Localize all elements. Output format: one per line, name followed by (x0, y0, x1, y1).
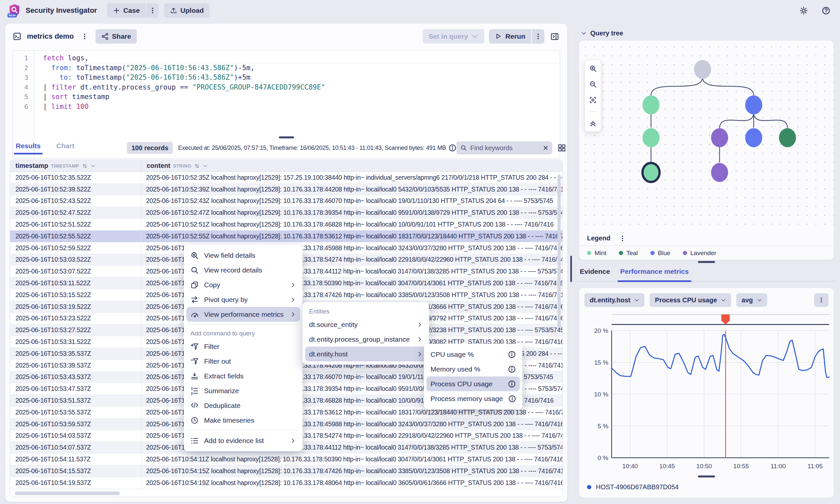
chart-legend[interactable]: HOST-4906D67ABB97D054 (587, 483, 679, 491)
cell-timestamp[interactable]: 2025-06-16T10:53:27.522Z (10, 324, 141, 336)
table-row[interactable]: 2025-06-16T10:52:39.522Z2025-06-16T10:52… (10, 184, 562, 195)
zoom-out-icon[interactable] (589, 80, 597, 89)
cell-timestamp[interactable]: 2025-06-16T10:52:59.522Z (10, 242, 141, 254)
cell-timestamp[interactable]: 2025-06-16T10:54:19.537Z (10, 477, 141, 489)
menu-item-extract-fields[interactable]: Extract fields (186, 368, 300, 383)
code-line-3[interactable]: to: toTimestamp("2025-06-16T10:56:43.586… (43, 73, 560, 83)
code-line-1[interactable]: fetch logs, (43, 53, 560, 63)
menu-item-pivot-query-by[interactable]: Pivot query by (186, 292, 300, 307)
timeline-track[interactable] (612, 314, 829, 315)
menu-item-dt-entity-host[interactable]: dt.entity.host (305, 347, 426, 361)
cell-content[interactable]: 2025-06-16T10:52:47Z localhost haproxy[1… (141, 207, 562, 218)
chevron-down-icon[interactable] (90, 163, 96, 169)
chart-resize-handle[interactable] (698, 475, 715, 478)
tab-results[interactable]: Results (13, 142, 44, 154)
editor-resize-handle[interactable] (279, 137, 294, 138)
time-marker-pin[interactable] (721, 314, 730, 325)
cell-timestamp[interactable]: 2025-06-16T10:52:43.522Z (10, 195, 141, 207)
table-row[interactable]: 2025-06-16T10:54:11.537Z2025-06-16T10:54… (10, 453, 562, 465)
table-row[interactable]: 2025-06-16T10:54:15.537Z2025-06-16T10:54… (10, 465, 562, 477)
cell-timestamp[interactable]: 2025-06-16T10:53:11.522Z (10, 277, 141, 289)
code-line-2[interactable]: from: toTimestamp("2025-06-16T10:56:43.5… (43, 63, 560, 73)
menu-item-process-cpu-usage[interactable]: Process CPU usage (426, 376, 520, 391)
menu-item-process-memory-usage[interactable]: Process memory usage (426, 391, 520, 406)
cell-content[interactable]: 2025-06-16T10:52:35Z localhost haproxy[1… (141, 172, 562, 183)
table-row[interactable]: 2025-06-16T10:52:43.522Z2025-06-16T10:52… (10, 195, 562, 207)
tree-node-mint3[interactable] (643, 163, 660, 182)
tree-node-blue1[interactable] (745, 95, 762, 114)
cell-timestamp[interactable]: 2025-06-16T10:54:03.537Z (10, 430, 141, 442)
chevron-down-icon[interactable] (203, 163, 208, 169)
vertical-scrollbar-thumb[interactable] (558, 175, 561, 328)
column-header-content[interactable]: content STRING (141, 160, 208, 172)
cell-content[interactable]: 2025-06-16T10:52:55Z localhost haproxy[1… (141, 231, 562, 242)
cell-timestamp[interactable]: 2025-06-16T10:52:51.522Z (10, 219, 141, 230)
cell-timestamp[interactable]: 2025-06-16T10:53:03.522Z (10, 254, 141, 266)
cell-timestamp[interactable]: 2025-06-16T10:53:15.522Z (10, 289, 141, 301)
menu-item-make-timeseries[interactable]: Make timeseries (186, 413, 300, 428)
set-in-query-button[interactable]: Set in query (423, 29, 484, 43)
menu-item-view-record-details[interactable]: View record details (186, 263, 300, 277)
tree-node-purple3[interactable] (711, 163, 728, 182)
legend-item-lavender[interactable]: Lavender (683, 250, 716, 257)
sort-icon[interactable] (82, 163, 88, 169)
tree-node-blue2[interactable] (745, 128, 762, 147)
cell-timestamp[interactable]: 2025-06-16T10:53:47.537Z (10, 383, 141, 395)
menu-item-filter-out[interactable]: Filter out (186, 354, 300, 368)
rerun-menu-button[interactable] (532, 29, 544, 43)
horizontal-scrollbar-thumb[interactable] (15, 491, 120, 495)
menu-item-filter[interactable]: Filter (186, 339, 300, 354)
menu-item-add-to-evidence-list[interactable]: Add to evidence list (186, 433, 300, 448)
table-row[interactable]: 2025-06-16T10:52:35.522Z2025-06-16T10:52… (10, 172, 562, 184)
cell-timestamp[interactable]: 2025-06-16T10:54:07.537Z (10, 442, 141, 453)
cell-timestamp[interactable]: 2025-06-16T10:53:51.537Z (10, 395, 141, 406)
collapse-all-icon[interactable] (589, 119, 597, 128)
legend-item-teal[interactable]: Teal (619, 250, 638, 257)
sort-icon[interactable] (194, 163, 200, 169)
menu-item-copy[interactable]: Copy (186, 277, 300, 292)
tab-evidence[interactable]: Evidence (580, 268, 610, 275)
code-line-5[interactable]: | sort timestamp (43, 92, 560, 102)
menu-item-cpu-usage[interactable]: CPU usage % (426, 347, 520, 362)
info-icon[interactable] (508, 395, 516, 403)
code-line-4[interactable]: | filter dt.entity.process_group == "PRO… (43, 83, 560, 92)
column-header-timestamp[interactable]: timestamp TIMESTAMP (10, 160, 141, 172)
info-icon[interactable] (449, 144, 456, 152)
cell-timestamp[interactable]: 2025-06-16T10:53:59.537Z (10, 418, 141, 430)
legend-item-mint[interactable]: Mint (587, 250, 606, 257)
new-case-button[interactable]: Case (107, 3, 146, 18)
segment-menu-button[interactable] (79, 31, 90, 42)
cell-content[interactable]: 2025-06-16T10:52:43Z localhost haproxy[1… (141, 195, 562, 207)
cell-content[interactable]: 2025-06-16T10:54:19Z localhost haproxy[1… (141, 477, 562, 489)
cell-timestamp[interactable]: 2025-06-16T10:53:23.522Z (10, 313, 141, 324)
cell-timestamp[interactable]: 2025-06-16T10:54:11.537Z (10, 453, 141, 465)
menu-item-memory-used[interactable]: Memory used % (426, 362, 520, 376)
table-row[interactable]: 2025-06-16T10:52:55.522Z2025-06-16T10:52… (10, 231, 562, 242)
upload-button[interactable]: Upload (164, 3, 210, 18)
search-input[interactable] (470, 144, 540, 152)
table-row[interactable]: 2025-06-16T10:52:51.522Z2025-06-16T10:52… (10, 219, 562, 231)
cell-content[interactable]: 2025-06-16T10:54:11Z localhost haproxy[1… (141, 453, 562, 465)
cell-timestamp[interactable]: 2025-06-16T10:52:39.522Z (10, 184, 141, 195)
cell-content[interactable]: 2025-06-16T10:54:15Z localhost haproxy[1… (141, 465, 562, 477)
tree-node-mint2[interactable] (643, 128, 660, 147)
display-options-icon[interactable] (558, 144, 566, 152)
tree-node-green2[interactable] (779, 128, 796, 147)
tree-node-mint1[interactable] (643, 95, 660, 114)
cell-timestamp[interactable]: 2025-06-16T10:52:35.522Z (10, 172, 141, 183)
cell-content[interactable]: 2025-06-16T10:52:39Z localhost haproxy[1… (141, 184, 562, 195)
cell-timestamp[interactable]: 2025-06-16T10:53:31.522Z (10, 336, 141, 347)
info-icon[interactable] (508, 365, 516, 373)
cell-content[interactable]: 2025-06-16T10:52:51Z localhost haproxy[1… (141, 219, 562, 230)
clear-search-icon[interactable] (542, 145, 549, 151)
menu-item-deduplicate[interactable]: Deduplicate (186, 398, 300, 413)
cell-timestamp[interactable]: 2025-06-16T10:53:55.537Z (10, 407, 141, 418)
table-row[interactable]: 2025-06-16T10:52:47.522Z2025-06-16T10:52… (10, 207, 562, 219)
table-row[interactable]: 2025-06-16T10:54:19.537Z2025-06-16T10:54… (10, 477, 562, 489)
entity-selector[interactable]: dt.entity.host (584, 293, 644, 307)
legend-menu-button[interactable] (617, 233, 628, 244)
collapse-right-panel-icon[interactable] (549, 31, 560, 42)
aggregation-selector[interactable]: avg (736, 293, 767, 307)
share-button[interactable]: Share (95, 29, 137, 43)
case-menu-button[interactable] (146, 3, 159, 18)
